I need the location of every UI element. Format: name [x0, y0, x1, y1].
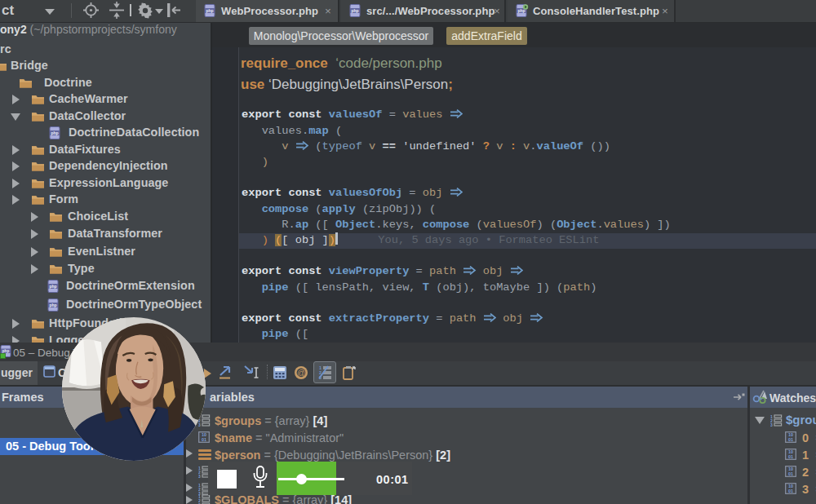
- svg-text:01: 01: [788, 471, 793, 476]
- svg-text:3: 3: [198, 474, 201, 478]
- svg-text:01: 01: [788, 454, 793, 459]
- svg-text:01: 01: [788, 437, 793, 442]
- svg-text:php: php: [206, 8, 213, 13]
- svg-text:3: 3: [770, 422, 773, 427]
- svg-text:php: php: [351, 8, 358, 13]
- svg-text:01: 01: [788, 489, 793, 493]
- svg-text:php: php: [51, 130, 58, 135]
- svg-text:php: php: [49, 302, 56, 307]
- svg-text:php: php: [49, 284, 56, 289]
- svg-text:@: @: [297, 369, 305, 378]
- svg-text:php: php: [2, 349, 10, 353]
